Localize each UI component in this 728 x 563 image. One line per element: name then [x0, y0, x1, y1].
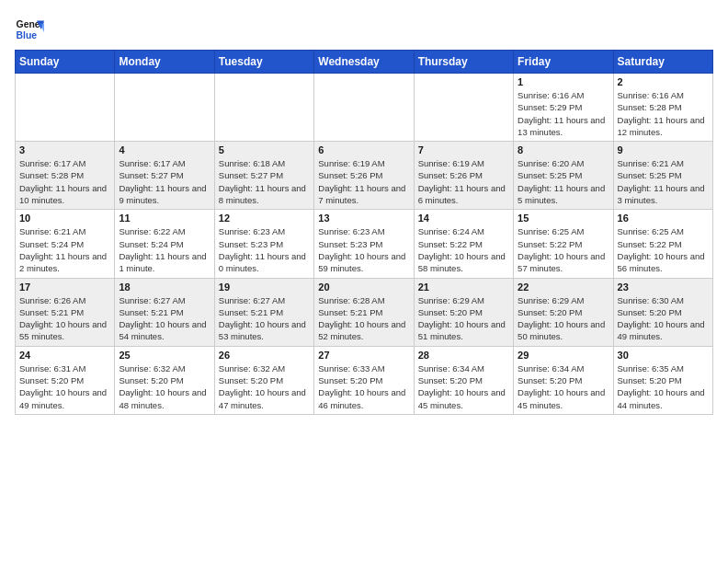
calendar-cell: 13Sunrise: 6:23 AM Sunset: 5:23 PM Dayli…: [314, 210, 414, 278]
day-number: 24: [19, 350, 110, 361]
day-info: Sunrise: 6:29 AM Sunset: 5:20 PM Dayligh…: [418, 294, 509, 343]
header: General Blue: [15, 15, 713, 44]
day-info: Sunrise: 6:20 AM Sunset: 5:25 PM Dayligh…: [518, 157, 609, 206]
calendar-cell: 24Sunrise: 6:31 AM Sunset: 5:20 PM Dayli…: [16, 346, 115, 414]
day-info: Sunrise: 6:27 AM Sunset: 5:21 PM Dayligh…: [119, 294, 210, 343]
day-number: 15: [518, 213, 609, 224]
day-number: 27: [318, 350, 409, 361]
day-info: Sunrise: 6:28 AM Sunset: 5:21 PM Dayligh…: [318, 294, 409, 343]
day-number: 26: [219, 350, 310, 361]
day-number: 8: [518, 144, 609, 155]
calendar-cell: 11Sunrise: 6:22 AM Sunset: 5:24 PM Dayli…: [115, 210, 214, 278]
day-info: Sunrise: 6:24 AM Sunset: 5:22 PM Dayligh…: [418, 225, 509, 274]
day-number: 18: [119, 282, 210, 293]
calendar-table: SundayMondayTuesdayWednesdayThursdayFrid…: [15, 50, 713, 415]
calendar-cell: 4Sunrise: 6:17 AM Sunset: 5:27 PM Daylig…: [115, 142, 214, 210]
day-number: 1: [518, 76, 609, 87]
day-info: Sunrise: 6:26 AM Sunset: 5:21 PM Dayligh…: [19, 294, 110, 343]
day-number: 3: [19, 144, 110, 155]
day-number: 13: [318, 213, 409, 224]
day-info: Sunrise: 6:27 AM Sunset: 5:21 PM Dayligh…: [219, 294, 310, 343]
calendar-cell: 3Sunrise: 6:17 AM Sunset: 5:28 PM Daylig…: [16, 142, 115, 210]
day-number: 7: [418, 144, 509, 155]
calendar-cell: 9Sunrise: 6:21 AM Sunset: 5:25 PM Daylig…: [613, 142, 712, 210]
calendar-cell: 8Sunrise: 6:20 AM Sunset: 5:25 PM Daylig…: [514, 142, 613, 210]
calendar-cell: [214, 74, 313, 142]
day-info: Sunrise: 6:34 AM Sunset: 5:20 PM Dayligh…: [518, 362, 609, 411]
weekday-header-sunday: Sunday: [16, 51, 115, 74]
calendar-cell: 5Sunrise: 6:18 AM Sunset: 5:27 PM Daylig…: [214, 142, 313, 210]
calendar-cell: 1Sunrise: 6:16 AM Sunset: 5:29 PM Daylig…: [514, 74, 613, 142]
day-info: Sunrise: 6:33 AM Sunset: 5:20 PM Dayligh…: [318, 362, 409, 411]
calendar-cell: 19Sunrise: 6:27 AM Sunset: 5:21 PM Dayli…: [214, 278, 313, 346]
calendar-cell: 15Sunrise: 6:25 AM Sunset: 5:22 PM Dayli…: [514, 210, 613, 278]
weekday-header-wednesday: Wednesday: [314, 51, 414, 74]
calendar-cell: 21Sunrise: 6:29 AM Sunset: 5:20 PM Dayli…: [414, 278, 513, 346]
day-info: Sunrise: 6:22 AM Sunset: 5:24 PM Dayligh…: [119, 225, 210, 274]
day-info: Sunrise: 6:35 AM Sunset: 5:20 PM Dayligh…: [618, 362, 709, 411]
day-number: 2: [618, 76, 709, 87]
day-number: 5: [219, 144, 310, 155]
logo-icon: General Blue: [15, 15, 44, 44]
day-number: 28: [418, 350, 509, 361]
day-number: 17: [19, 282, 110, 293]
day-number: 11: [119, 213, 210, 224]
calendar-cell: 20Sunrise: 6:28 AM Sunset: 5:21 PM Dayli…: [314, 278, 414, 346]
calendar-cell: [414, 74, 513, 142]
calendar-cell: 7Sunrise: 6:19 AM Sunset: 5:26 PM Daylig…: [414, 142, 513, 210]
day-info: Sunrise: 6:23 AM Sunset: 5:23 PM Dayligh…: [219, 225, 310, 274]
calendar-cell: 16Sunrise: 6:25 AM Sunset: 5:22 PM Dayli…: [613, 210, 712, 278]
day-info: Sunrise: 6:16 AM Sunset: 5:29 PM Dayligh…: [518, 89, 609, 138]
day-info: Sunrise: 6:32 AM Sunset: 5:20 PM Dayligh…: [219, 362, 310, 411]
day-number: 25: [119, 350, 210, 361]
day-info: Sunrise: 6:25 AM Sunset: 5:22 PM Dayligh…: [518, 225, 609, 274]
day-info: Sunrise: 6:16 AM Sunset: 5:28 PM Dayligh…: [618, 89, 709, 138]
calendar-cell: [314, 74, 414, 142]
day-info: Sunrise: 6:17 AM Sunset: 5:27 PM Dayligh…: [119, 157, 210, 206]
calendar-cell: [16, 74, 115, 142]
calendar-cell: 6Sunrise: 6:19 AM Sunset: 5:26 PM Daylig…: [314, 142, 414, 210]
calendar-cell: 10Sunrise: 6:21 AM Sunset: 5:24 PM Dayli…: [16, 210, 115, 278]
day-number: 4: [119, 144, 210, 155]
day-number: 21: [418, 282, 509, 293]
weekday-header-saturday: Saturday: [613, 51, 712, 74]
calendar-cell: 22Sunrise: 6:29 AM Sunset: 5:20 PM Dayli…: [514, 278, 613, 346]
day-info: Sunrise: 6:17 AM Sunset: 5:28 PM Dayligh…: [19, 157, 110, 206]
calendar-cell: 23Sunrise: 6:30 AM Sunset: 5:20 PM Dayli…: [613, 278, 712, 346]
day-info: Sunrise: 6:21 AM Sunset: 5:24 PM Dayligh…: [19, 225, 110, 274]
day-number: 14: [418, 213, 509, 224]
calendar-cell: 12Sunrise: 6:23 AM Sunset: 5:23 PM Dayli…: [214, 210, 313, 278]
calendar-cell: 25Sunrise: 6:32 AM Sunset: 5:20 PM Dayli…: [115, 346, 214, 414]
day-info: Sunrise: 6:29 AM Sunset: 5:20 PM Dayligh…: [518, 294, 609, 343]
calendar-cell: 30Sunrise: 6:35 AM Sunset: 5:20 PM Dayli…: [613, 346, 712, 414]
day-number: 6: [318, 144, 409, 155]
calendar-cell: 17Sunrise: 6:26 AM Sunset: 5:21 PM Dayli…: [16, 278, 115, 346]
weekday-header-friday: Friday: [514, 51, 613, 74]
day-number: 23: [618, 282, 709, 293]
svg-text:Blue: Blue: [17, 30, 38, 40]
day-info: Sunrise: 6:19 AM Sunset: 5:26 PM Dayligh…: [418, 157, 509, 206]
calendar-cell: 29Sunrise: 6:34 AM Sunset: 5:20 PM Dayli…: [514, 346, 613, 414]
day-info: Sunrise: 6:23 AM Sunset: 5:23 PM Dayligh…: [318, 225, 409, 274]
day-number: 19: [219, 282, 310, 293]
day-number: 12: [219, 213, 310, 224]
day-info: Sunrise: 6:21 AM Sunset: 5:25 PM Dayligh…: [618, 157, 709, 206]
day-info: Sunrise: 6:25 AM Sunset: 5:22 PM Dayligh…: [618, 225, 709, 274]
day-number: 16: [618, 213, 709, 224]
day-info: Sunrise: 6:31 AM Sunset: 5:20 PM Dayligh…: [19, 362, 110, 411]
weekday-header-monday: Monday: [115, 51, 214, 74]
calendar-cell: 26Sunrise: 6:32 AM Sunset: 5:20 PM Dayli…: [214, 346, 313, 414]
day-info: Sunrise: 6:32 AM Sunset: 5:20 PM Dayligh…: [119, 362, 210, 411]
calendar-cell: 14Sunrise: 6:24 AM Sunset: 5:22 PM Dayli…: [414, 210, 513, 278]
day-info: Sunrise: 6:19 AM Sunset: 5:26 PM Dayligh…: [318, 157, 409, 206]
calendar-cell: 18Sunrise: 6:27 AM Sunset: 5:21 PM Dayli…: [115, 278, 214, 346]
day-number: 9: [618, 144, 709, 155]
day-number: 22: [518, 282, 609, 293]
calendar-cell: 2Sunrise: 6:16 AM Sunset: 5:28 PM Daylig…: [613, 74, 712, 142]
day-info: Sunrise: 6:34 AM Sunset: 5:20 PM Dayligh…: [418, 362, 509, 411]
weekday-header-thursday: Thursday: [414, 51, 513, 74]
day-number: 10: [19, 213, 110, 224]
calendar-cell: 28Sunrise: 6:34 AM Sunset: 5:20 PM Dayli…: [414, 346, 513, 414]
day-info: Sunrise: 6:30 AM Sunset: 5:20 PM Dayligh…: [618, 294, 709, 343]
day-number: 20: [318, 282, 409, 293]
